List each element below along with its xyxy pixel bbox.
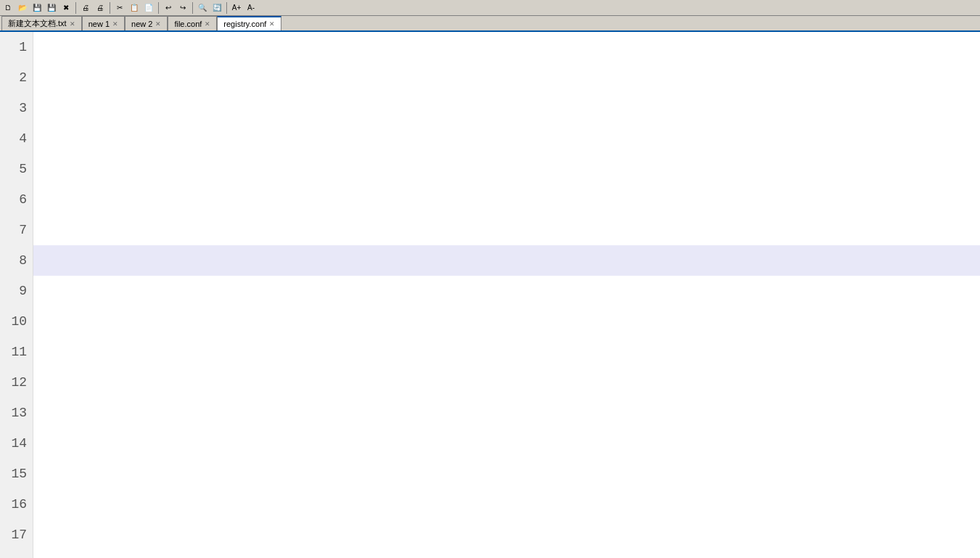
paste-button[interactable]: 📄 (142, 1, 155, 15)
code-line-1: registry { (33, 32, 980, 62)
tab-new-text[interactable]: 新建文本文档.txt ✕ (1, 16, 82, 30)
line-num-5: 5 (0, 154, 27, 184)
line-num-17: 17 (0, 520, 27, 550)
code-line-17: db = "0" (33, 520, 980, 550)
tab-label: file.conf (174, 20, 202, 28)
code-line-2: # file 、nacos 、eureka、redis、zk、consul、et… (33, 62, 980, 93)
line-num-10: 10 (0, 306, 27, 337)
line-num-12: 12 (0, 367, 27, 398)
line-num-2: 2 (0, 62, 27, 93)
tab-close-icon[interactable]: ✕ (205, 20, 210, 28)
code-area[interactable]: registry { # file 、nacos 、eureka、redis、z… (33, 32, 980, 558)
zoom-out-button[interactable]: A- (244, 1, 258, 15)
separator-4 (192, 2, 193, 14)
line-num-7: 7 (0, 215, 27, 245)
search-button[interactable]: 🔍 (196, 1, 209, 15)
tab-close-icon[interactable]: ✕ (112, 20, 118, 28)
undo-button[interactable]: ↩ (162, 1, 175, 15)
tab-registry-conf[interactable]: registry.conf ✕ (217, 16, 281, 30)
tab-close-icon[interactable]: ✕ (269, 20, 275, 28)
tab-new1[interactable]: new 1 ✕ (82, 16, 125, 30)
separator-5 (226, 2, 227, 14)
tabbar: 新建文本文档.txt ✕ new 1 ✕ new 2 ✕ file.conf ✕… (0, 16, 980, 32)
separator-1 (75, 2, 76, 14)
redo-button[interactable]: ↪ (176, 1, 189, 15)
code-line-12: application = "default" (33, 367, 980, 398)
tab-label: new 2 (131, 20, 152, 28)
print-button[interactable]: 🖨 (79, 1, 92, 15)
tab-label: new 1 (88, 20, 110, 28)
code-line-9: } (33, 276, 980, 306)
cut-button[interactable]: ✂ (113, 1, 126, 15)
tab-file-conf[interactable]: file.conf ✕ (168, 16, 217, 30)
line-num-9: 9 (0, 276, 27, 306)
line-num-15: 15 (0, 459, 27, 489)
copy-button[interactable]: 📋 (128, 1, 141, 15)
code-line-16: serverAddr = "localhost:6379" (33, 489, 980, 520)
print2-button[interactable]: 🖨 (94, 1, 107, 15)
close-button[interactable]: ✖ (59, 1, 73, 15)
code-line-8: cluster = "default" (33, 245, 980, 276)
line-num-4: 4 (0, 123, 27, 154)
save-all-button[interactable]: 💾 (45, 1, 58, 15)
tab-label: registry.conf (223, 20, 266, 28)
separator-3 (158, 2, 159, 14)
code-line-4 (33, 123, 980, 154)
line-num-16: 16 (0, 489, 27, 520)
zoom-in-button[interactable]: A+ (230, 1, 243, 15)
tab-new2[interactable]: new 2 ✕ (125, 16, 168, 30)
code-line-6: serverAddr = "localhost:8848" (33, 184, 980, 215)
replace-button[interactable]: 🔄 (210, 1, 223, 15)
tab-label: 新建文本文档.txt (8, 18, 67, 29)
code-line-14: } (33, 428, 980, 459)
toolbar: 🗋 📂 💾 💾 ✖ 🖨 🖨 ✂ 📋 📄 ↩ ↪ 🔍 🔄 A+ A- (0, 0, 980, 16)
line-num-3: 3 (0, 93, 27, 123)
open-button[interactable]: 📂 (16, 1, 29, 15)
line-num-13: 13 (0, 398, 27, 428)
save-button[interactable]: 💾 (30, 1, 44, 15)
code-line-13: weight = "1" (33, 398, 980, 428)
code-line-11: serviceUrl = "http://localhost:8761/eure… (33, 337, 980, 367)
line-num-6: 6 (0, 184, 27, 215)
line-num-11: 11 (0, 337, 27, 367)
new-button[interactable]: 🗋 (1, 1, 15, 15)
line-num-8: 8 (0, 245, 27, 276)
code-line-10: eureka { (33, 306, 980, 337)
code-line-3: type = "nacos" (33, 93, 980, 123)
line-numbers: 1 2 3 4 5 6 7 8 9 10 11 12 13 14 15 16 1… (0, 32, 33, 558)
separator-2 (110, 2, 110, 14)
line-num-1: 1 (0, 32, 27, 62)
tab-close-icon[interactable]: ✕ (155, 20, 161, 28)
code-line-15: redis { (33, 459, 980, 489)
code-line-5: nacos { (33, 154, 980, 184)
editor: 1 2 3 4 5 6 7 8 9 10 11 12 13 14 15 16 1… (0, 32, 980, 558)
code-line-7: namespace = "" (33, 215, 980, 245)
tab-close-icon[interactable]: ✕ (70, 20, 75, 28)
line-num-14: 14 (0, 428, 27, 459)
